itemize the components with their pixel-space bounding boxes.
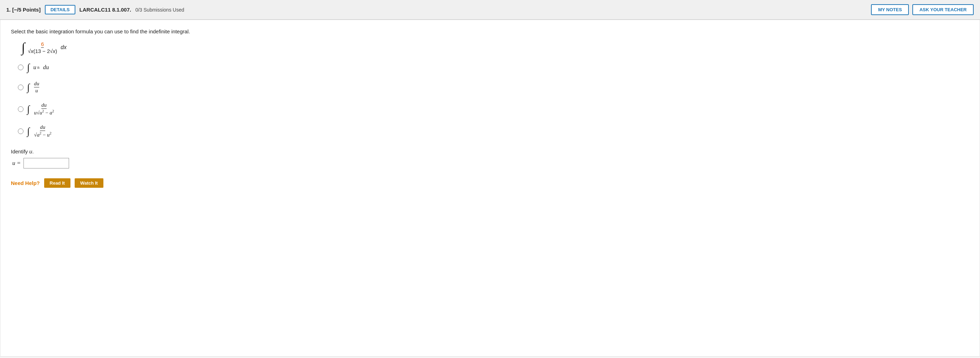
option-2-label[interactable]: ∫ du u xyxy=(27,81,40,94)
option-1-radio[interactable] xyxy=(18,65,24,70)
option-4-radio[interactable] xyxy=(18,128,24,134)
option-4-integral-sign: ∫ xyxy=(27,126,30,136)
read-it-button[interactable]: Read It xyxy=(44,178,70,188)
integral-sign: ∫ xyxy=(21,41,25,54)
option-2-radio[interactable] xyxy=(18,85,24,90)
integral-fraction: 6 √x(13 − 2√x) xyxy=(28,41,57,54)
details-button[interactable]: DETAILS xyxy=(45,5,75,14)
u-input-row: u = xyxy=(12,158,969,168)
list-item: ∫ du u xyxy=(18,81,969,94)
option-4-fraction: du √a2 − u2 xyxy=(34,124,51,138)
my-notes-button[interactable]: MY NOTES xyxy=(871,4,909,15)
integral-display: ∫ 6 √x(13 − 2√x) dx xyxy=(21,41,969,54)
ask-teacher-button[interactable]: ASK YOUR TEACHER xyxy=(912,4,974,15)
header-bar: 1. [−/5 Points] DETAILS LARCALC11 8.1.00… xyxy=(0,0,980,20)
option-3-integral-sign: ∫ xyxy=(27,104,30,114)
problem-id: LARCALC11 8.1.007. xyxy=(80,7,131,13)
question-text: Select the basic integration formula you… xyxy=(11,29,969,34)
option-3-label[interactable]: ∫ du u√u2 − a2 xyxy=(27,102,55,116)
option-1-label[interactable]: ∫ un du xyxy=(27,62,49,72)
need-help-label: Need Help? xyxy=(11,180,40,186)
u-variable-label: u = xyxy=(12,160,21,167)
option-3-fraction: du u√u2 − a2 xyxy=(34,102,54,116)
main-integral: ∫ 6 √x(13 − 2√x) dx xyxy=(21,41,67,54)
header-right: MY NOTES ASK YOUR TEACHER xyxy=(871,4,974,15)
points-label: 1. [−/5 Points] xyxy=(6,7,41,13)
option-2-fraction: du u xyxy=(34,81,39,94)
integral-numerator: 6 xyxy=(41,41,44,48)
main-content: Select the basic integration formula you… xyxy=(0,20,980,356)
header-left: 1. [−/5 Points] DETAILS LARCALC11 8.1.00… xyxy=(6,5,866,14)
list-item: ∫ du u√u2 − a2 xyxy=(18,102,969,116)
options-list: ∫ un du ∫ du u ∫ du xyxy=(18,62,969,138)
submissions-label: 0/3 Submissions Used xyxy=(135,7,184,13)
option-4-label[interactable]: ∫ du √a2 − u2 xyxy=(27,124,52,138)
need-help-section: Need Help? Read It Watch It xyxy=(11,178,969,188)
identify-section: Identify u. u = xyxy=(11,149,969,168)
identify-label: Identify u. xyxy=(11,149,969,154)
list-item: ∫ du √a2 − u2 xyxy=(18,124,969,138)
option-1-integral-sign: ∫ xyxy=(27,62,30,72)
dx-label: dx xyxy=(60,44,67,51)
watch-it-button[interactable]: Watch It xyxy=(75,178,103,188)
integral-denominator: √x(13 − 2√x) xyxy=(28,48,57,54)
option-3-radio[interactable] xyxy=(18,106,24,112)
list-item: ∫ un du xyxy=(18,62,969,72)
u-input[interactable] xyxy=(24,158,69,168)
option-2-integral-sign: ∫ xyxy=(27,83,30,92)
